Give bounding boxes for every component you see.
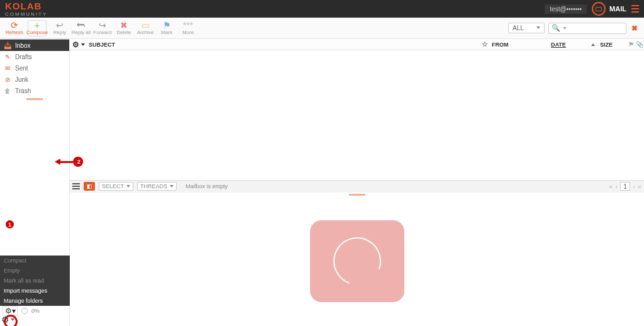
app-label: MAIL [609, 5, 626, 13]
more-label: More [182, 30, 194, 35]
menu-import-messages[interactable]: Import messages [0, 286, 70, 296]
col-from[interactable]: FROM [488, 42, 551, 48]
reply-label: Reply [53, 30, 66, 35]
spinner-icon [325, 230, 389, 293]
folder-label: Trash [15, 87, 31, 94]
mark-label: Mark [161, 30, 172, 35]
folder-label: Inbox [15, 42, 30, 49]
threads-dropdown[interactable]: THREADS [137, 182, 177, 191]
refresh-label: Refresh [6, 30, 23, 35]
page-prev-icon: ‹ [615, 183, 618, 190]
folder-pane: 📥 Inbox ✎ Drafts ✉ Sent ⊘ Junk 🗑 Trash C… [0, 39, 70, 326]
chevron-down-icon [563, 27, 567, 30]
col-flag-star-icon[interactable]: ☆ [482, 40, 488, 48]
reply-all-button: ⮪ Reply all [70, 18, 92, 39]
mailbox-empty-text: Mailbox is empty [186, 183, 228, 189]
compose-button[interactable]: ＋ Compose [28, 20, 47, 37]
quota-label: 0% [31, 308, 40, 314]
brand-tag: COMMUNITY [5, 11, 47, 17]
menu-icon[interactable] [631, 5, 639, 13]
mark-button[interactable]: ⚑ Mark [156, 18, 177, 39]
forward-label: Forward [93, 30, 111, 35]
folder-label: Sent [15, 65, 28, 72]
app-topbar: KOLAB COMMUNITY test@••••••• MAIL [0, 0, 644, 18]
message-list-header: ⚙ SUBJECT ☆ FROM DATE SIZE ⚑ 📎 [70, 39, 644, 50]
compose-label: Compose [26, 30, 48, 35]
junk-icon: ⊘ [4, 76, 11, 83]
message-preview-pane [70, 197, 644, 327]
sent-icon: ✉ [4, 65, 11, 72]
user-chip[interactable]: test@••••••• [545, 4, 587, 14]
quota-icon [21, 308, 28, 314]
message-area: ⚙ SUBJECT ☆ FROM DATE SIZE ⚑ 📎 ◧ SELECT … [70, 39, 644, 326]
app-switcher-mail[interactable]: MAIL [592, 2, 626, 16]
refresh-button[interactable]: ⟳ Refresh [4, 18, 25, 39]
folder-label: Drafts [15, 53, 32, 60]
brand: KOLAB COMMUNITY [5, 1, 47, 17]
reply-all-label: Reply all [72, 30, 91, 35]
select-dropdown[interactable]: SELECT [99, 182, 133, 191]
archive-button: ▭ Archive [135, 18, 156, 39]
col-size[interactable]: SIZE [600, 42, 626, 48]
list-options-gear-icon[interactable]: ⚙ [72, 40, 79, 49]
page-number[interactable]: 1 [620, 182, 630, 191]
folder-actions-menu: Compact Empty Mark all as read Import me… [0, 256, 70, 306]
col-date-label: DATE [551, 42, 566, 48]
mark-icon: ⚑ [163, 21, 171, 30]
filter-select[interactable]: ALL [508, 23, 545, 33]
col-flag-icon[interactable]: ⚑ [626, 41, 635, 48]
preview-resize-handle[interactable] [349, 194, 365, 196]
pane-resize-handle[interactable] [26, 98, 43, 100]
archive-label: Archive [137, 30, 154, 35]
page-last-icon: » [638, 183, 641, 190]
folder-drafts[interactable]: ✎ Drafts [0, 51, 69, 62]
forward-button: ↪ Forward [92, 18, 113, 39]
plus-icon: ＋ [33, 21, 42, 30]
reply-all-icon: ⮪ [77, 21, 86, 30]
message-list-body [70, 50, 644, 180]
reply-button: ↩ Reply [49, 18, 70, 39]
folder-label: Junk [15, 76, 28, 83]
layout-toggle-list-icon[interactable] [72, 183, 80, 189]
drafts-icon: ✎ [4, 53, 11, 60]
menu-mark-all: Mark all as read [0, 276, 70, 286]
search-icon: 🔍 [552, 24, 560, 32]
layout-toggle-preview-icon[interactable]: ◧ [84, 182, 95, 191]
refresh-icon: ⟳ [11, 21, 18, 30]
mail-toolbar: ⟳ Refresh ＋ Compose ↩ Reply ⮪ Reply all … [0, 18, 644, 39]
loading-placeholder [310, 220, 404, 302]
delete-button: ✖ Delete [113, 18, 135, 39]
mail-icon [592, 2, 606, 16]
page-first-icon: « [609, 183, 613, 190]
chevron-down-icon [11, 318, 14, 321]
settings-gear[interactable]: ⚙ [1, 315, 14, 325]
menu-compact: Compact [0, 256, 70, 266]
more-icon: *** [183, 21, 193, 30]
clear-search-button[interactable]: ✖ [631, 24, 638, 33]
col-subject[interactable]: SUBJECT [89, 42, 115, 48]
message-list-footer: ◧ SELECT THREADS Mailbox is empty « ‹ 1 … [70, 180, 644, 193]
paginator: « ‹ 1 › » [609, 182, 641, 191]
reply-icon: ↩ [56, 21, 64, 30]
delete-label: Delete [116, 30, 131, 35]
annotation-1-number: 1 [6, 220, 14, 228]
folder-junk[interactable]: ⊘ Junk [0, 74, 69, 85]
col-attachment-icon[interactable]: 📎 [635, 41, 644, 48]
more-button[interactable]: *** More [177, 18, 199, 39]
brand-name: KOLAB [5, 1, 47, 11]
folder-trash[interactable]: 🗑 Trash [0, 85, 69, 96]
inbox-icon: 📥 [4, 42, 11, 49]
menu-empty: Empty [0, 266, 70, 276]
forward-icon: ↪ [99, 21, 106, 30]
page-next-icon: › [633, 183, 635, 190]
archive-icon: ▭ [142, 21, 150, 30]
chevron-down-icon[interactable] [81, 43, 85, 46]
trash-icon: 🗑 [4, 87, 11, 94]
delete-icon: ✖ [120, 21, 128, 30]
folder-inbox[interactable]: 📥 Inbox [0, 40, 69, 51]
folder-sent[interactable]: ✉ Sent [0, 62, 69, 74]
search-input[interactable]: 🔍 [548, 23, 626, 34]
sort-asc-icon [591, 43, 595, 46]
col-date[interactable]: DATE [551, 42, 600, 48]
